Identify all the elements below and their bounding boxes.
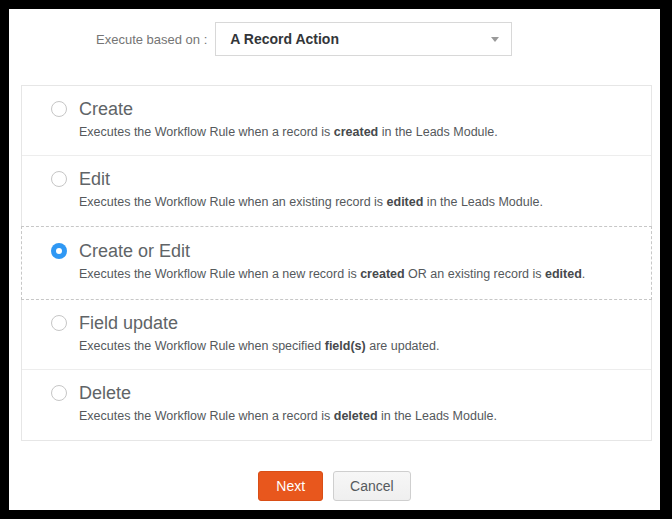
option-description: Executes the Workflow Rule when a record… <box>79 409 631 424</box>
option-description: Executes the Workflow Rule when a record… <box>79 125 631 140</box>
cancel-button[interactable]: Cancel <box>333 471 411 501</box>
option-label: Create <box>79 97 133 121</box>
option-head: Edit <box>51 167 631 191</box>
dropdown-selected-value: A Record Action <box>230 31 491 47</box>
option-head: Create <box>51 97 631 121</box>
option-label: Delete <box>79 381 131 405</box>
option-head: Create or Edit <box>51 239 631 263</box>
option-label: Create or Edit <box>79 239 190 263</box>
option-edit[interactable]: Edit Executes the Workflow Rule when an … <box>22 156 651 226</box>
radio-button[interactable] <box>51 385 67 401</box>
option-head: Field update <box>51 311 631 335</box>
chevron-down-icon <box>491 37 499 42</box>
option-create[interactable]: Create Executes the Workflow Rule when a… <box>22 86 651 156</box>
option-description: Executes the Workflow Rule when specifie… <box>79 339 631 354</box>
execute-based-on-row: Execute based on : A Record Action <box>9 22 660 56</box>
option-head: Delete <box>51 381 631 405</box>
footer-actions: Next Cancel <box>9 471 660 501</box>
radio-button[interactable] <box>51 101 67 117</box>
option-label: Field update <box>79 311 178 335</box>
trigger-options-list: Create Executes the Workflow Rule when a… <box>21 85 652 441</box>
execute-based-on-dropdown[interactable]: A Record Action <box>215 22 512 56</box>
option-description: Executes the Workflow Rule when a new re… <box>79 267 631 282</box>
radio-button[interactable] <box>51 171 67 187</box>
radio-button[interactable] <box>51 243 67 259</box>
next-button[interactable]: Next <box>258 471 323 501</box>
option-field-update[interactable]: Field update Executes the Workflow Rule … <box>22 300 651 370</box>
option-create-or-edit[interactable]: Create or Edit Executes the Workflow Rul… <box>21 226 652 300</box>
option-label: Edit <box>79 167 110 191</box>
radio-button[interactable] <box>51 315 67 331</box>
screenshot-frame: Execute based on : A Record Action Creat… <box>0 0 672 519</box>
option-description: Executes the Workflow Rule when an exist… <box>79 195 631 210</box>
execute-based-on-label: Execute based on : <box>96 32 207 47</box>
option-delete[interactable]: Delete Executes the Workflow Rule when a… <box>22 370 651 440</box>
